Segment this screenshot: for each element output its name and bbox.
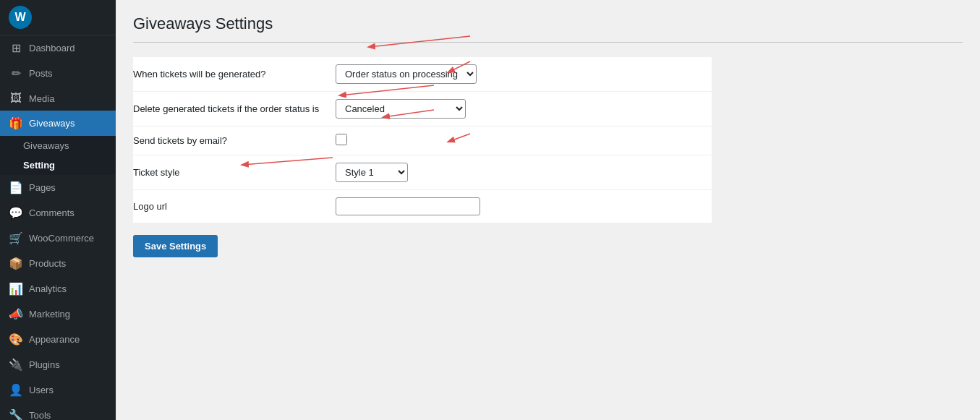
- label-ticket-style: Ticket style: [133, 167, 336, 178]
- sidebar-label-appearance: Appearance: [29, 334, 80, 345]
- control-ticket-style: Style 1 Style 2 Style 3: [336, 163, 712, 182]
- giveaways-icon: 🎁: [9, 116, 23, 130]
- sidebar-item-media[interactable]: 🖼 Media: [0, 86, 116, 111]
- main-content: Giveaways Settings When tickets will be …: [116, 0, 980, 420]
- users-icon: 👤: [9, 383, 23, 397]
- wp-logo-icon: W: [9, 6, 32, 29]
- input-logo-url[interactable]: [336, 197, 480, 215]
- sidebar-label-posts: Posts: [29, 68, 53, 79]
- pages-icon: 📄: [9, 181, 23, 194]
- form-row-ticket-generation: When tickets will be generated? Order st…: [133, 57, 712, 92]
- control-ticket-generation: Order status on processing Order status …: [336, 64, 712, 84]
- posts-icon: ✏: [9, 67, 23, 80]
- sidebar-label-users: Users: [29, 385, 54, 395]
- sidebar-item-analytics[interactable]: 📊 Analytics: [0, 276, 116, 301]
- form-row-logo-url: Logo url: [133, 190, 712, 223]
- select-delete-tickets[interactable]: Canceled Refunded Failed: [336, 99, 466, 119]
- label-logo-url: Logo url: [133, 201, 336, 212]
- sidebar-item-marketing[interactable]: 📣 Marketing: [0, 301, 116, 327]
- sidebar-item-plugins[interactable]: 🔌 Plugins: [0, 352, 116, 377]
- analytics-icon: 📊: [9, 282, 23, 296]
- sidebar-item-users[interactable]: 👤 Users: [0, 377, 116, 403]
- tools-icon: 🔧: [9, 408, 23, 420]
- form-row-delete-tickets: Delete generated tickets if the order st…: [133, 92, 712, 127]
- sidebar-label-media: Media: [29, 93, 54, 104]
- appearance-icon: 🎨: [9, 333, 23, 346]
- submenu-setting[interactable]: Setting: [0, 155, 116, 175]
- comments-icon: 💬: [9, 206, 23, 220]
- label-send-email: Send tickets by email?: [133, 135, 336, 146]
- sidebar-item-woocommerce[interactable]: 🛒 WooCommerce: [0, 226, 116, 251]
- dashboard-icon: ⊞: [9, 41, 23, 55]
- control-send-email: [336, 134, 712, 147]
- marketing-icon: 📣: [9, 307, 23, 321]
- sidebar-label-comments: Comments: [29, 207, 74, 218]
- submenu-giveaways[interactable]: Giveaways: [0, 136, 116, 155]
- form-row-ticket-style: Ticket style Style 1 Style 2 Style 3: [133, 155, 712, 190]
- checkbox-send-email[interactable]: [336, 134, 347, 145]
- control-logo-url: [336, 197, 712, 215]
- products-icon: 📦: [9, 257, 23, 270]
- sidebar-label-dashboard: Dashboard: [29, 43, 75, 53]
- sidebar-item-pages[interactable]: 📄 Pages: [0, 175, 116, 200]
- settings-form: When tickets will be generated? Order st…: [133, 57, 712, 223]
- sidebar-item-products[interactable]: 📦 Products: [0, 251, 116, 276]
- form-row-send-email: Send tickets by email?: [133, 127, 712, 155]
- label-ticket-generation: When tickets will be generated?: [133, 69, 336, 80]
- woocommerce-icon: 🛒: [9, 231, 23, 245]
- sidebar-item-appearance[interactable]: 🎨 Appearance: [0, 327, 116, 352]
- label-delete-tickets: Delete generated tickets if the order st…: [133, 103, 336, 114]
- sidebar-label-analytics: Analytics: [29, 283, 67, 294]
- sidebar-item-tools[interactable]: 🔧 Tools: [0, 403, 116, 420]
- sidebar-label-pages: Pages: [29, 182, 56, 193]
- plugins-icon: 🔌: [9, 358, 23, 372]
- select-ticket-generation[interactable]: Order status on processing Order status …: [336, 64, 477, 84]
- sidebar-logo: W: [0, 0, 116, 35]
- giveaways-submenu: Giveaways Setting: [0, 136, 116, 175]
- select-ticket-style[interactable]: Style 1 Style 2 Style 3: [336, 163, 408, 182]
- control-delete-tickets: Canceled Refunded Failed: [336, 99, 712, 119]
- sidebar-item-posts[interactable]: ✏ Posts: [0, 61, 116, 86]
- sidebar: W ⊞ Dashboard ✏ Posts 🖼 Media 🎁 Giveaway…: [0, 0, 116, 420]
- page-title: Giveaways Settings: [133, 14, 963, 43]
- sidebar-label-products: Products: [29, 258, 66, 269]
- sidebar-label-woocommerce: WooCommerce: [29, 233, 94, 244]
- media-icon: 🖼: [9, 92, 23, 105]
- sidebar-item-giveaways[interactable]: 🎁 Giveaways: [0, 111, 116, 136]
- sidebar-label-giveaways: Giveaways: [29, 118, 75, 129]
- save-settings-button[interactable]: Save Settings: [133, 235, 218, 257]
- sidebar-label-tools: Tools: [29, 410, 51, 420]
- sidebar-item-comments[interactable]: 💬 Comments: [0, 200, 116, 226]
- sidebar-label-plugins: Plugins: [29, 359, 60, 370]
- sidebar-label-marketing: Marketing: [29, 309, 70, 320]
- sidebar-item-dashboard[interactable]: ⊞ Dashboard: [0, 35, 116, 61]
